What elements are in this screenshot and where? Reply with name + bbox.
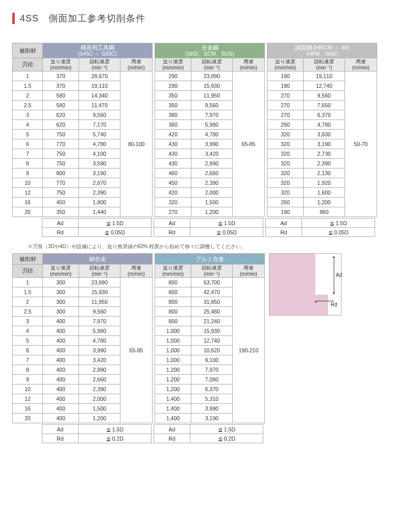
feed-cell: 270 <box>155 207 191 217</box>
feed-cell: 190 <box>267 81 304 91</box>
rpm-cell: 3,990 <box>191 404 233 414</box>
feed-cell: 750 <box>43 159 79 169</box>
rpm-cell: 25,480 <box>191 307 233 317</box>
feed-cell: 300 <box>43 287 79 297</box>
rpm-cell: 1,800 <box>79 198 120 207</box>
diameter-cell: 10 <box>13 384 43 394</box>
feed-cell: 400 <box>43 365 79 375</box>
diagram-rd-label: Rd <box>331 302 337 307</box>
diameter-cell: 8 <box>13 365 43 375</box>
diameter-cell: 2 <box>13 91 43 101</box>
rpm-cell: 42,470 <box>191 287 233 297</box>
diameter-cell: 6 <box>13 139 43 149</box>
rpm-cell: 9,100 <box>191 355 233 365</box>
diameter-cell: 4 <box>13 326 43 336</box>
diameter-cell: 7 <box>13 149 43 159</box>
feed-cell: 320 <box>267 169 304 178</box>
feed-cell: 190 <box>267 71 304 81</box>
rpm-cell: 28,670 <box>79 71 120 81</box>
feed-cell: 320 <box>267 149 304 159</box>
feed-cell: 1,200 <box>155 375 191 384</box>
rpm-cell: 63,700 <box>191 278 233 287</box>
rpm-cell: 4,780 <box>191 130 233 139</box>
diameter-cell: 9 <box>13 169 43 178</box>
feed-cell: 400 <box>43 355 79 365</box>
rpm-cell: 11,950 <box>79 297 120 307</box>
diameter-cell: 20 <box>13 414 43 423</box>
feed-cell: 290 <box>155 71 191 81</box>
feed-cell: 800 <box>155 287 191 297</box>
rpm-cell: 12,740 <box>191 336 233 346</box>
diameter-cell: 10 <box>13 178 43 188</box>
diameter-cell: 4 <box>13 120 43 130</box>
rpm-cell: 5,980 <box>79 326 120 336</box>
cutting-table-lower: 被削材銅合金アルミ合金刃径送り速度(mm/min)回転速度(min⁻¹)周速(m… <box>12 253 265 443</box>
param-table: 被削材銅合金アルミ合金刃径送り速度(mm/min)回転速度(min⁻¹)周速(m… <box>12 253 265 423</box>
diameter-cell: 20 <box>13 207 43 217</box>
rpm-cell: 2,870 <box>79 178 120 188</box>
rpm-cell: 19,110 <box>79 81 120 91</box>
rpm-cell: 1,920 <box>304 178 345 188</box>
feed-cell: 270 <box>267 101 304 110</box>
diameter-cell: 5 <box>13 130 43 139</box>
rpm-cell: 2,730 <box>304 149 345 159</box>
feed-cell: 320 <box>267 139 304 149</box>
speed-cell: 50-70 <box>345 71 377 217</box>
feed-cell: 270 <box>267 91 304 101</box>
feed-cell: 1,000 <box>155 355 191 365</box>
feed-cell: 320 <box>267 159 304 169</box>
feed-cell: 1,000 <box>155 346 191 355</box>
feed-cell: 370 <box>43 81 79 91</box>
feed-cell: 400 <box>43 336 79 346</box>
feed-cell: 300 <box>43 297 79 307</box>
rpm-cell: 4,100 <box>79 149 120 159</box>
feed-cell: 400 <box>43 317 79 326</box>
speed-cell: 65-85 <box>120 278 153 423</box>
rpm-cell: 5,980 <box>191 120 233 130</box>
rpm-cell: 2,990 <box>79 365 120 375</box>
rpm-cell: 14,340 <box>79 91 120 101</box>
feed-cell: 370 <box>43 71 79 81</box>
rpm-cell: 23,890 <box>191 71 233 81</box>
feed-cell: 1,000 <box>155 326 191 336</box>
feed-cell: 430 <box>155 149 191 159</box>
feed-cell: 350 <box>155 91 191 101</box>
page-title-row: 4SS 側面加工参考切削条件 <box>12 12 408 25</box>
rpm-cell: 4,780 <box>79 336 120 346</box>
rpm-cell: 2,660 <box>79 375 120 384</box>
rpm-cell: 2,000 <box>79 394 120 404</box>
rpm-cell: 9,560 <box>191 101 233 110</box>
cutting-table-upper: 被削材構造用工具鋼(S45C ～ S55C)合金鋼(SKD、SCM、SUS)調質… <box>12 43 408 237</box>
feed-cell: 450 <box>43 198 79 207</box>
rpm-cell: 2,990 <box>191 159 233 169</box>
feed-cell: 320 <box>267 130 304 139</box>
diameter-cell: 3 <box>13 317 43 326</box>
ad-rd-diagram: ▴ ▾ Ad ◂ Rd <box>269 253 341 316</box>
rpm-cell: 6,370 <box>191 384 233 394</box>
rpm-cell: 3,990 <box>191 139 233 149</box>
rpm-cell: 11,950 <box>191 91 233 101</box>
diameter-cell: 16 <box>13 198 43 207</box>
feed-cell: 750 <box>43 188 79 198</box>
rpm-cell: 1,600 <box>304 188 345 198</box>
rpm-cell: 5,310 <box>191 394 233 404</box>
rpm-cell: 7,970 <box>191 110 233 120</box>
feed-cell: 400 <box>43 384 79 394</box>
rpm-cell: 1,200 <box>304 198 345 207</box>
feed-cell: 320 <box>155 198 191 207</box>
feed-cell: 350 <box>155 101 191 110</box>
feed-cell: 190 <box>267 207 304 217</box>
feed-cell: 270 <box>267 110 304 120</box>
feed-cell: 800 <box>155 317 191 326</box>
speed-cell: 190-210 <box>233 278 265 423</box>
feed-cell: 1,400 <box>155 414 191 423</box>
diameter-cell: 9 <box>13 375 43 384</box>
feed-cell: 770 <box>43 178 79 188</box>
feed-cell: 320 <box>267 178 304 188</box>
rpm-cell: 3,190 <box>79 169 120 178</box>
ad-rd-table: Ad≦ 1.5DAd≦ 1.5DAd≦ 1.5DRd≦ 0.05DRd≦ 0.0… <box>12 218 375 237</box>
rpm-cell: 2,390 <box>79 384 120 394</box>
feed-cell: 400 <box>43 346 79 355</box>
diameter-cell: 8 <box>13 159 43 169</box>
diameter-cell: 6 <box>13 346 43 355</box>
